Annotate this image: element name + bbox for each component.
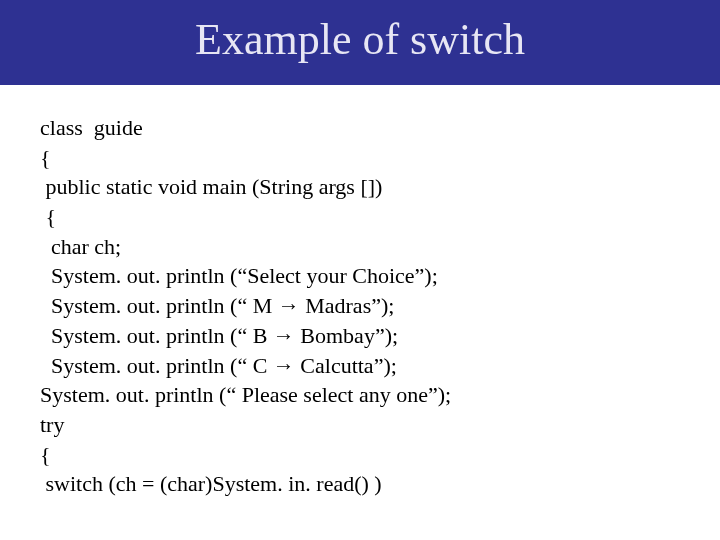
code-line: switch (ch = (char)System. in. read() ) (40, 469, 680, 499)
code-line: { (40, 202, 680, 232)
slide-header: Example of switch (0, 0, 720, 85)
code-line: System. out. println (“Select your Choic… (40, 261, 680, 291)
code-line: { (40, 143, 680, 173)
code-line: try (40, 410, 680, 440)
code-line: System. out. println (“ Please select an… (40, 380, 680, 410)
code-line: System. out. println (“ C → Calcutta”); (40, 351, 680, 381)
code-line: class guide (40, 113, 680, 143)
code-line: char ch; (40, 232, 680, 262)
code-line: System. out. println (“ M → Madras”); (40, 291, 680, 321)
slide-title: Example of switch (0, 14, 720, 65)
code-line: { (40, 440, 680, 470)
slide-body: class guide { public static void main (S… (0, 85, 720, 499)
code-line: System. out. println (“ B → Bombay”); (40, 321, 680, 351)
code-line: public static void main (String args []) (40, 172, 680, 202)
